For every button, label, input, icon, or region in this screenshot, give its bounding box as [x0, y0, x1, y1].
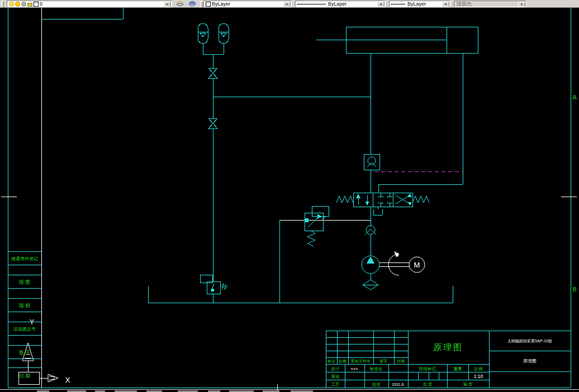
layer-combo[interactable]: 0 ▼	[7, 1, 172, 7]
tb-craft: 工艺	[331, 382, 340, 387]
relief-valve-tank	[200, 275, 228, 294]
tb-scale-value: 1:10	[474, 374, 483, 379]
toolbar-grip[interactable]	[200, 1, 203, 8]
tb-std: 标准化	[369, 366, 383, 371]
tb-page-number: 第 页	[463, 382, 473, 387]
tb-design: 设计	[331, 366, 340, 371]
ucs-y-label: Y	[30, 318, 34, 326]
toolbar-grip[interactable]	[1, 1, 4, 8]
plotstyle-value: 随颜色	[457, 1, 472, 7]
tb-rev-doc: 更改文件号	[351, 358, 371, 364]
lineweight-value: ByLayer	[407, 1, 426, 7]
linetype-sample	[297, 4, 326, 4]
layer-combo-arrow-icon[interactable]: ▼	[164, 2, 171, 7]
tb-drawing-name: 原理图	[523, 358, 537, 364]
layers-arrow-icon	[175, 1, 184, 7]
linetype-value: ByLayer	[328, 1, 347, 7]
drawing-title: 原理图	[433, 342, 463, 352]
tb-project-name: 太阳能跟踪装置SAP-10型	[507, 339, 552, 343]
linetype-combo[interactable]: ByLayer ▼	[295, 1, 386, 7]
layer-color-swatch	[34, 2, 39, 7]
hydraulic-cylinder	[316, 27, 478, 193]
layers-stack-icon	[188, 1, 197, 7]
linetype-combo-arrow-icon[interactable]: ▼	[377, 2, 385, 7]
color-combo[interactable]: ByLayer ▼	[203, 1, 292, 7]
tb-rev-date: 日期	[397, 359, 405, 364]
layer-previous-button[interactable]	[187, 0, 198, 7]
check-valve	[365, 226, 376, 256]
zone-marker-b: B	[572, 286, 576, 293]
left-table-row-label: 签 字	[19, 350, 31, 355]
tb-rev-mark: 标记	[327, 359, 335, 364]
accumulator-piping	[203, 44, 371, 303]
accumulator-right	[219, 23, 229, 44]
tb-total-pages: 共 页	[423, 382, 433, 387]
current-color-swatch	[206, 2, 211, 7]
color-value: ByLayer	[212, 1, 230, 7]
sheet-frame	[1, 8, 577, 390]
tb-date: 2011.6	[392, 383, 404, 386]
relief-valve-main	[279, 206, 371, 303]
color-combo-arrow-icon[interactable]: ▼	[283, 2, 291, 7]
ucs-x-label: X	[65, 376, 70, 384]
shutoff-valve-1	[208, 68, 217, 78]
tb-approve: 批准	[372, 382, 381, 387]
left-table-row-label: 日 期	[19, 373, 31, 379]
lineweight-combo[interactable]: ByLayer ▼	[389, 1, 450, 7]
plotstyle-combo: 随颜色 ▼	[454, 1, 526, 7]
layer-on-icon[interactable]	[9, 2, 14, 7]
tb-rev-count: 处数	[339, 359, 347, 364]
plotstyle-combo-arrow-icon: ▼	[518, 2, 525, 7]
tb-scale-label: 比例	[474, 366, 483, 371]
shutoff-valve-2	[208, 118, 217, 128]
layer-name: 0	[40, 1, 42, 7]
tb-rev-sign: 签字	[379, 359, 387, 363]
layer-lock-icon[interactable]	[27, 3, 32, 7]
left-table-row-label: 描 图	[18, 279, 31, 285]
layer-freeze-icon[interactable]	[15, 2, 20, 7]
toolbar: 0 ▼ ByLayer ▼ ByLayer ▼ ByLayer ▼ 随	[0, 0, 579, 8]
lineweight-combo-arrow-icon[interactable]: ▼	[442, 2, 449, 7]
drawing-canvas[interactable]: A B M Y X 借通用件登记 描 图 描 校 旧底图总号 签 字 日 期 标…	[0, 8, 579, 392]
motor-label: M	[414, 261, 420, 269]
left-table-row-label: 旧底图总号	[13, 327, 36, 332]
tb-check: 审核	[331, 374, 340, 379]
lineweight-sample	[391, 4, 405, 4]
directional-valve	[336, 193, 429, 226]
zone-marker-a: A	[572, 94, 577, 101]
tank-line	[148, 286, 453, 303]
layer-vp-freeze-icon[interactable]	[21, 2, 26, 7]
hydraulic-pump	[362, 256, 379, 280]
tb-stage: 阶段标记	[419, 366, 436, 371]
accumulator-left	[198, 23, 208, 44]
make-layer-current-button[interactable]	[174, 0, 186, 7]
left-table-row-label: 描 校	[18, 303, 31, 308]
tb-weight: 重量	[454, 366, 463, 371]
left-table-row-label: 借通用件登记	[11, 256, 38, 261]
command-line-sliver	[0, 390, 579, 392]
autocad-window: { "toolbar": { "layer_name": "0", "color…	[0, 0, 579, 392]
tb-design-name: ×××	[350, 366, 358, 371]
suction-filter	[363, 280, 378, 290]
pilot-check-valve	[364, 154, 379, 193]
